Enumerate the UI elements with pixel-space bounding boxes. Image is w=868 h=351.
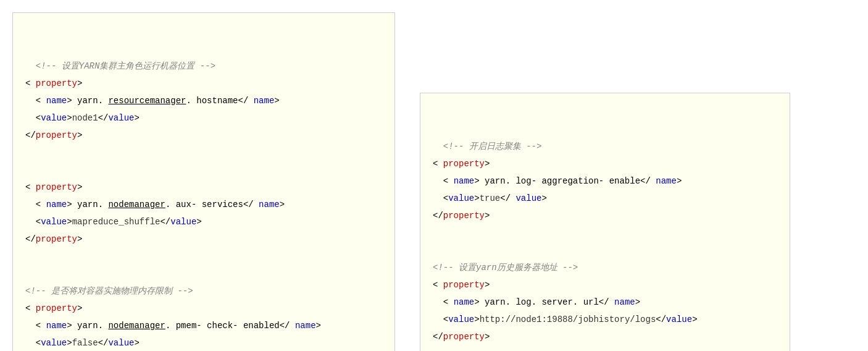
line: < name> yarn. log. server. url</ name>: [433, 297, 640, 307]
comment-1: <!-- 设置YARN集群主角色运行机器位置 -->: [36, 61, 215, 71]
line: </property>: [25, 130, 82, 140]
line: <value>true</ value>: [433, 193, 547, 203]
line: < name> yarn. resourcemanager. hostname<…: [25, 96, 280, 106]
right-comment-1: <!-- 开启日志聚集 -->: [443, 142, 542, 151]
line: < property>: [433, 280, 490, 290]
line: </property>: [433, 211, 490, 221]
line: < name> yarn. log- aggregation- enable</…: [433, 176, 682, 186]
line: < name> yarn. nodemanager. aux- services…: [25, 200, 285, 209]
right-code-block: <!-- 开启日志聚集 --> < property> < name> yarn…: [420, 93, 790, 351]
comment-3: <!-- 是否将对容器实施物理内存限制 -->: [25, 286, 193, 296]
line: < property>: [25, 303, 82, 313]
right-comment-2: <!-- 设置yarn历史服务器地址 -->: [433, 263, 578, 273]
line: </property>: [25, 234, 82, 244]
line: < property>: [433, 159, 490, 169]
line: < name> yarn. nodemanager. pmem- check- …: [25, 321, 321, 331]
left-code-block: <!-- 设置YARN集群主角色运行机器位置 --> < property> <…: [12, 12, 395, 351]
line: < property>: [25, 78, 82, 88]
line: <value>mapreduce_shuffle</value>: [25, 217, 202, 227]
line: <value>http://node1:19888/jobhistory/log…: [433, 315, 698, 324]
line: <value>false</value>: [25, 338, 140, 348]
line: < property>: [25, 182, 82, 192]
line: <value>node1</value>: [25, 113, 140, 123]
line: </property>: [433, 332, 490, 342]
